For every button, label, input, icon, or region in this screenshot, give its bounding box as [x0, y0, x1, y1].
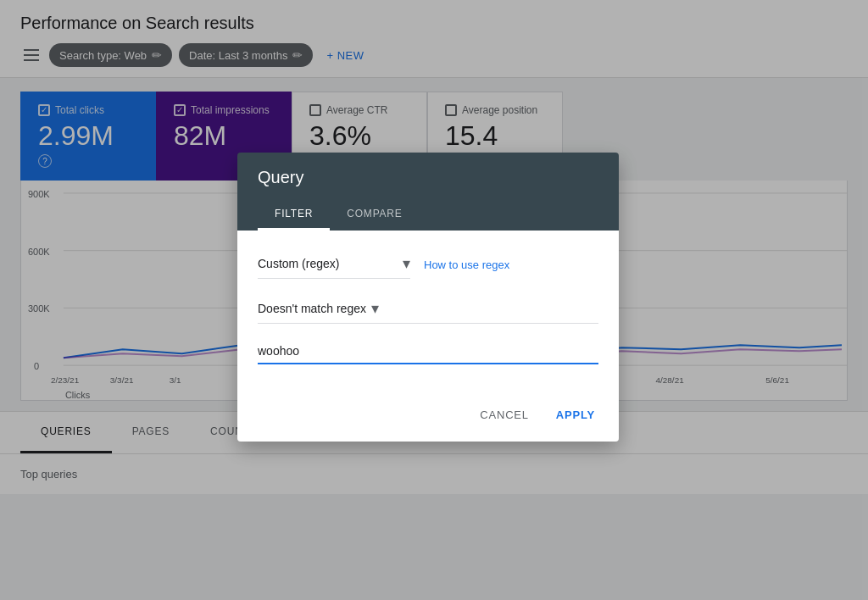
condition-row: Doesn't match regex ▾ [258, 296, 598, 324]
dropdown-arrow-filter: ▾ [403, 254, 410, 273]
regex-help-link[interactable]: How to use regex [424, 258, 509, 271]
regex-input[interactable] [258, 341, 598, 364]
modal-title: Query [258, 168, 598, 187]
filter-type-row: Custom (regex) ▾ How to use regex [258, 251, 598, 279]
input-row [258, 341, 598, 364]
modal-tabs: FILTER COMPARE [258, 199, 598, 231]
cancel-button[interactable]: CANCEL [470, 402, 539, 428]
modal-footer: CANCEL APPLY [237, 395, 619, 442]
query-modal: Query FILTER COMPARE Custom (regex) ▾ Ho… [237, 153, 619, 442]
apply-button[interactable]: APPLY [546, 402, 605, 428]
dropdown-arrow-condition: ▾ [371, 299, 379, 318]
modal-header: Query FILTER COMPARE [237, 153, 619, 231]
modal-tab-filter[interactable]: FILTER [258, 199, 330, 231]
filter-type-select[interactable]: Custom (regex) ▾ [258, 251, 410, 279]
modal-tab-compare[interactable]: COMPARE [330, 199, 419, 231]
condition-select[interactable]: Doesn't match regex ▾ [258, 296, 598, 324]
modal-body: Custom (regex) ▾ How to use regex Doesn'… [237, 231, 619, 395]
